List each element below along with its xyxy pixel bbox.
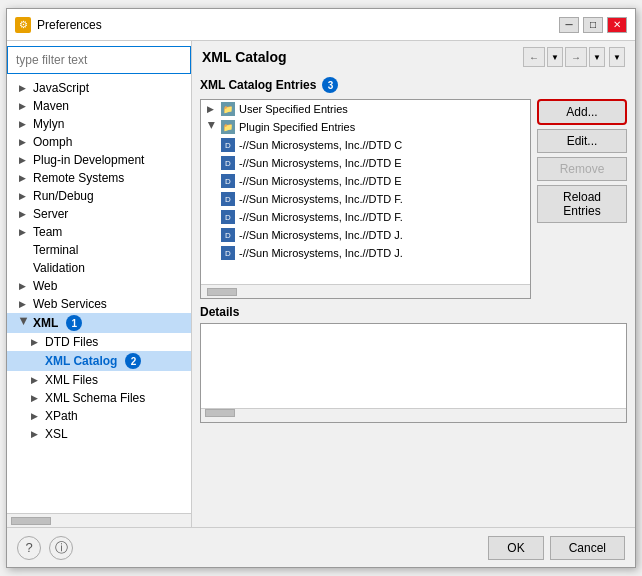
right-panel: XML Catalog ← ▼ → ▼ ▼ XML Catalog Entrie… [192, 41, 635, 527]
details-content [201, 324, 626, 408]
sidebar-item-label: Web [33, 279, 57, 293]
sidebar-item-dtd[interactable]: ▶ DTD Files [7, 333, 191, 351]
arrow-icon: ▶ [207, 122, 217, 132]
details-section: Details [200, 305, 627, 423]
add-badge: 3 [322, 77, 338, 93]
catalog-item-dtd5[interactable]: D -//Sun Microsystems, Inc.//DTD F. [201, 208, 530, 226]
scrollbar-thumb[interactable] [205, 409, 235, 417]
bottom-right: OK Cancel [488, 536, 625, 560]
sidebar-item-plugin[interactable]: ▶ Plug-in Development [7, 151, 191, 169]
sidebar-item-label: Plug-in Development [33, 153, 144, 167]
sidebar: ▶ JavaScript ▶ Maven ▶ Mylyn ▶ Oomph ▶ [7, 41, 192, 527]
sidebar-item-terminal[interactable]: ▶ Terminal [7, 241, 191, 259]
sidebar-item-oomph[interactable]: ▶ Oomph [7, 133, 191, 151]
title-bar: ⚙ Preferences ─ □ ✕ [7, 9, 635, 41]
arrow-icon: ▶ [31, 375, 41, 385]
add-button[interactable]: Add... [537, 99, 627, 125]
scrollbar-thumb[interactable] [11, 517, 51, 525]
back-dropdown[interactable]: ▼ [547, 47, 563, 67]
arrow-icon: ▶ [19, 227, 29, 237]
arrow-icon: ▶ [31, 393, 41, 403]
ok-button[interactable]: OK [488, 536, 543, 560]
folder-icon: 📁 [221, 120, 235, 134]
sidebar-item-web[interactable]: ▶ Web [7, 277, 191, 295]
arrow-icon: ▶ [31, 429, 41, 439]
preferences-window: ⚙ Preferences ─ □ ✕ ▶ JavaScript ▶ Maven [6, 8, 636, 568]
arrow-icon: ▶ [19, 173, 29, 183]
arrow-icon: ▶ [19, 281, 29, 291]
forward-dropdown[interactable]: ▼ [589, 47, 605, 67]
sidebar-item-xml[interactable]: ▶ XML 1 [7, 313, 191, 333]
sidebar-item-label: Server [33, 207, 68, 221]
sidebar-item-javascript[interactable]: ▶ JavaScript [7, 79, 191, 97]
arrow-icon: ▶ [19, 209, 29, 219]
back-button[interactable]: ← [523, 47, 545, 67]
sidebar-item-remote[interactable]: ▶ Remote Systems [7, 169, 191, 187]
view-dropdown[interactable]: ▼ [609, 47, 625, 67]
sidebar-item-xpath[interactable]: ▶ XPath [7, 407, 191, 425]
catalog-item-label: -//Sun Microsystems, Inc.//DTD E [239, 157, 402, 169]
catalog-item-plugin[interactable]: ▶ 📁 Plugin Specified Entries [201, 118, 530, 136]
sidebar-item-label: Mylyn [33, 117, 64, 131]
catalog-item-dtd1[interactable]: D -//Sun Microsystems, Inc.//DTD C [201, 136, 530, 154]
catalog-entries-row: ▶ 📁 User Specified Entries ▶ 📁 Plugin Sp… [200, 99, 627, 299]
details-scrollbar-h[interactable] [201, 408, 626, 422]
sidebar-item-label: Remote Systems [33, 171, 124, 185]
edit-button[interactable]: Edit... [537, 129, 627, 153]
doc-icon: D [221, 192, 235, 206]
catalog-list[interactable]: ▶ 📁 User Specified Entries ▶ 📁 Plugin Sp… [201, 100, 530, 284]
catalog-scrollbar-h[interactable] [201, 284, 530, 298]
arrow-icon: ▶ [19, 83, 29, 93]
entries-label: XML Catalog Entries [200, 78, 316, 92]
sidebar-item-label: Terminal [33, 243, 78, 257]
sidebar-item-xmlschema[interactable]: ▶ XML Schema Files [7, 389, 191, 407]
doc-icon: D [221, 210, 235, 224]
sidebar-item-label: JavaScript [33, 81, 89, 95]
sidebar-item-xml-catalog[interactable]: ▶ XML Catalog 2 [7, 351, 191, 371]
remove-button[interactable]: Remove [537, 157, 627, 181]
catalog-item-dtd3[interactable]: D -//Sun Microsystems, Inc.//DTD E [201, 172, 530, 190]
help-button[interactable]: ? [17, 536, 41, 560]
catalog-item-user[interactable]: ▶ 📁 User Specified Entries [201, 100, 530, 118]
catalog-item-dtd4[interactable]: D -//Sun Microsystems, Inc.//DTD F. [201, 190, 530, 208]
doc-icon: D [221, 246, 235, 260]
maximize-button[interactable]: □ [583, 17, 603, 33]
sidebar-item-server[interactable]: ▶ Server [7, 205, 191, 223]
catalog-section: XML Catalog Entries 3 ▶ 📁 User Specified… [192, 71, 635, 527]
cancel-button[interactable]: Cancel [550, 536, 625, 560]
catalog-item-dtd2[interactable]: D -//Sun Microsystems, Inc.//DTD E [201, 154, 530, 172]
catalog-item-label: User Specified Entries [239, 103, 348, 115]
minimize-button[interactable]: ─ [559, 17, 579, 33]
catalog-item-label: -//Sun Microsystems, Inc.//DTD E [239, 175, 402, 187]
catalog-item-label: -//Sun Microsystems, Inc.//DTD F. [239, 211, 403, 223]
catalog-item-dtd6[interactable]: D -//Sun Microsystems, Inc.//DTD J. [201, 226, 530, 244]
sidebar-item-validation[interactable]: ▶ Validation [7, 259, 191, 277]
info-button[interactable]: ⓘ [49, 536, 73, 560]
doc-icon: D [221, 156, 235, 170]
sidebar-item-maven[interactable]: ▶ Maven [7, 97, 191, 115]
sidebar-item-team[interactable]: ▶ Team [7, 223, 191, 241]
sidebar-item-label: Team [33, 225, 62, 239]
details-box [200, 323, 627, 423]
arrow-icon: ▶ [19, 318, 29, 328]
sidebar-item-label: XML Catalog [45, 354, 117, 368]
sidebar-item-mylyn[interactable]: ▶ Mylyn [7, 115, 191, 133]
sidebar-item-label: Web Services [33, 297, 107, 311]
sidebar-item-webservices[interactable]: ▶ Web Services [7, 295, 191, 313]
catalog-item-label: -//Sun Microsystems, Inc.//DTD J. [239, 229, 403, 241]
reload-button[interactable]: Reload Entries [537, 185, 627, 223]
arrow-icon: ▶ [19, 101, 29, 111]
sidebar-item-rundebug[interactable]: ▶ Run/Debug [7, 187, 191, 205]
forward-button[interactable]: → [565, 47, 587, 67]
catalog-item-dtd7[interactable]: D -//Sun Microsystems, Inc.//DTD J. [201, 244, 530, 262]
app-icon: ⚙ [15, 17, 31, 33]
close-button[interactable]: ✕ [607, 17, 627, 33]
filter-input[interactable] [7, 46, 191, 74]
scrollbar-thumb[interactable] [207, 288, 237, 296]
xml-catalog-badge: 2 [125, 353, 141, 369]
sidebar-item-xmlfiles[interactable]: ▶ XML Files [7, 371, 191, 389]
sidebar-item-label: Oomph [33, 135, 72, 149]
sidebar-scrollbar-h[interactable] [7, 513, 191, 527]
sidebar-item-label: XML Schema Files [45, 391, 145, 405]
sidebar-item-xsl[interactable]: ▶ XSL [7, 425, 191, 443]
